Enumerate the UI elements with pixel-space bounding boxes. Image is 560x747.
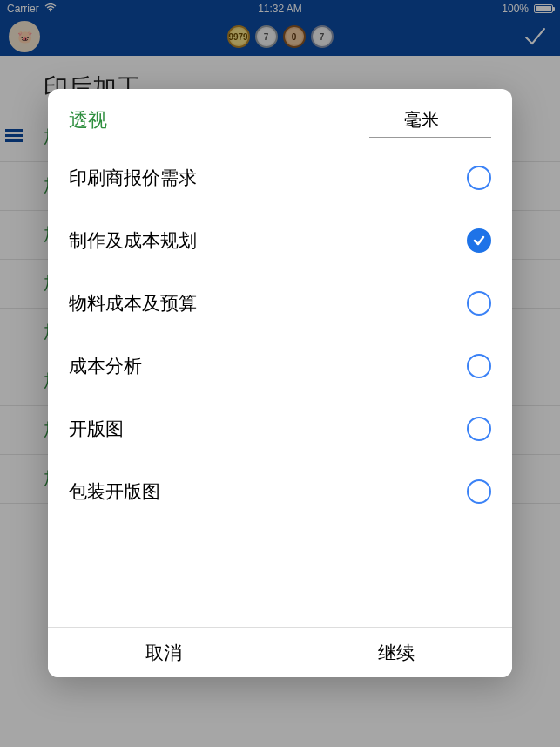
option-row[interactable]: 物料成本及预算: [48, 272, 512, 335]
option-label: 包装开版图: [69, 479, 160, 504]
option-row[interactable]: 印刷商报价需求: [48, 146, 512, 209]
radio-icon[interactable]: [467, 417, 491, 441]
option-row[interactable]: 包装开版图: [48, 460, 512, 523]
radio-icon[interactable]: [467, 291, 491, 316]
cancel-button[interactable]: 取消: [48, 628, 280, 677]
radio-icon[interactable]: [467, 166, 491, 190]
option-label: 开版图: [69, 417, 124, 441]
perspective-modal: 透视 毫米 印刷商报价需求制作及成本规划物料成本及预算成本分析开版图包装开版图 …: [48, 89, 512, 677]
option-label: 印刷商报价需求: [69, 166, 197, 190]
radio-selected-icon[interactable]: [467, 228, 491, 253]
option-row[interactable]: 制作及成本规划: [48, 209, 512, 272]
modal-title: 透视: [69, 107, 107, 133]
options-list: 印刷商报价需求制作及成本规划物料成本及预算成本分析开版图包装开版图: [48, 146, 512, 627]
continue-button[interactable]: 继续: [280, 628, 512, 677]
option-row[interactable]: 成本分析: [48, 335, 512, 397]
radio-icon[interactable]: [467, 479, 491, 504]
option-label: 成本分析: [69, 354, 142, 378]
option-label: 制作及成本规划: [69, 228, 197, 253]
radio-icon[interactable]: [467, 354, 491, 378]
option-row[interactable]: 开版图: [48, 397, 512, 460]
option-label: 物料成本及预算: [69, 291, 197, 316]
unit-select[interactable]: 毫米: [369, 103, 491, 138]
